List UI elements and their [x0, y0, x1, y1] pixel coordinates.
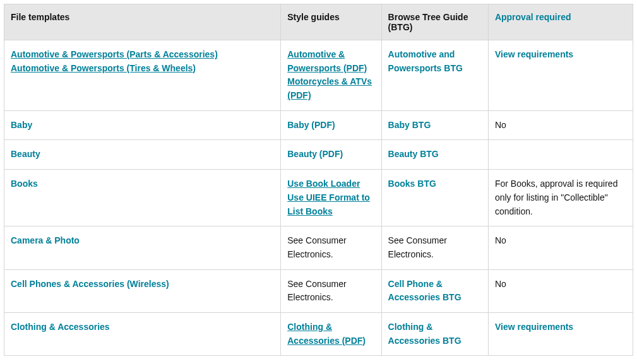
- cell-style_guides: Use Book LoaderUse UIEE Format to List B…: [281, 170, 381, 226]
- cell-link[interactable]: Camera & Photo: [11, 234, 274, 248]
- cell-btg: Clothing & Accessories BTG: [381, 312, 488, 355]
- cell-link[interactable]: Use Book Loader: [287, 177, 374, 191]
- cell-text: See Consumer Electronics.: [287, 234, 374, 261]
- cell-text: See Consumer Electronics.: [287, 278, 374, 305]
- cell-link[interactable]: Automotive & Powersports (Tires & Wheels…: [11, 62, 274, 76]
- cell-link[interactable]: Baby: [11, 119, 274, 132]
- cell-file_templates: Cell Phones & Accessories (Wireless): [4, 269, 281, 312]
- cell-btg: Cell Phone & Accessories BTG: [381, 269, 488, 312]
- cell-approval: View requirements: [488, 312, 633, 355]
- table-row: BooksUse Book LoaderUse UIEE Format to L…: [4, 170, 633, 226]
- cell-style_guides: See Consumer Electronics.: [281, 269, 381, 312]
- cell-link[interactable]: Baby BTG: [388, 119, 482, 132]
- cell-link[interactable]: Beauty: [11, 148, 274, 161]
- cell-link[interactable]: Books: [11, 177, 274, 191]
- cell-style_guides: Clothing & Accessories (PDF): [281, 312, 381, 355]
- cell-approval: View requirements: [488, 40, 633, 111]
- cell-approval: No: [488, 269, 633, 312]
- cell-link[interactable]: Use UIEE Format to List Books: [287, 191, 374, 218]
- cell-link[interactable]: Beauty (PDF): [287, 148, 374, 161]
- cell-btg: Automotive and Powersports BTG: [381, 40, 488, 111]
- cell-link[interactable]: Clothing & Accessories: [11, 320, 274, 334]
- cell-text: No: [495, 119, 626, 132]
- cell-file_templates: Beauty: [4, 140, 281, 170]
- cell-link[interactable]: Automotive & Powersports (PDF): [287, 48, 374, 75]
- table-row: Clothing & AccessoriesClothing & Accesso…: [4, 312, 633, 355]
- cell-text: No: [495, 278, 626, 291]
- cell-approval: No: [488, 226, 633, 269]
- cell-file_templates: Baby: [4, 110, 281, 140]
- cell-style_guides: Beauty (PDF): [281, 140, 381, 170]
- table-row: Automotive & Powersports (Parts & Access…: [4, 40, 633, 111]
- cell-link[interactable]: Automotive and Powersports BTG: [388, 48, 482, 75]
- cell-style_guides: Baby (PDF): [281, 110, 381, 140]
- cell-link[interactable]: Beauty BTG: [388, 148, 482, 161]
- table-row: BabyBaby (PDF)Baby BTGNo: [4, 110, 633, 140]
- cell-link[interactable]: Clothing & Accessories BTG: [388, 320, 482, 348]
- cell-style_guides: See Consumer Electronics.: [281, 226, 381, 269]
- category-table: File templates Style guides Browse Tree …: [4, 4, 633, 356]
- header-approval-required[interactable]: Approval required: [488, 4, 633, 40]
- cell-file_templates: Books: [4, 170, 281, 226]
- cell-approval: No: [488, 110, 633, 140]
- cell-link[interactable]: View requirements: [495, 48, 626, 62]
- cell-link[interactable]: Cell Phone & Accessories BTG: [388, 278, 482, 305]
- cell-link[interactable]: Baby (PDF): [287, 119, 374, 132]
- table-body: Automotive & Powersports (Parts & Access…: [4, 40, 633, 356]
- header-btg: Browse Tree Guide (BTG): [381, 4, 488, 40]
- cell-btg: Books BTG: [381, 170, 488, 226]
- cell-file_templates: Automotive & Powersports (Parts & Access…: [4, 40, 281, 111]
- cell-btg: Baby BTG: [381, 110, 488, 140]
- cell-style_guides: Automotive & Powersports (PDF)Motorcycle…: [281, 40, 381, 111]
- cell-btg: See Consumer Electronics.: [381, 226, 488, 269]
- table-row: BeautyBeauty (PDF)Beauty BTG: [4, 140, 633, 170]
- cell-link[interactable]: View requirements: [495, 320, 626, 334]
- cell-text: For Books, approval is required only for…: [495, 177, 626, 218]
- table-header-row: File templates Style guides Browse Tree …: [4, 4, 633, 40]
- cell-approval: [488, 140, 633, 170]
- cell-text: No: [495, 234, 626, 248]
- table-row: Camera & PhotoSee Consumer Electronics.S…: [4, 226, 633, 269]
- cell-link[interactable]: Clothing & Accessories (PDF): [287, 320, 374, 348]
- cell-link[interactable]: Books BTG: [388, 177, 482, 191]
- cell-text: See Consumer Electronics.: [388, 234, 482, 261]
- table-row: Cell Phones & Accessories (Wireless)See …: [4, 269, 633, 312]
- cell-btg: Beauty BTG: [381, 140, 488, 170]
- cell-link[interactable]: Motorcycles & ATVs (PDF): [287, 75, 374, 102]
- cell-link[interactable]: Cell Phones & Accessories (Wireless): [11, 278, 274, 291]
- cell-approval: For Books, approval is required only for…: [488, 170, 633, 226]
- cell-file_templates: Clothing & Accessories: [4, 312, 281, 355]
- header-style-guides: Style guides: [281, 4, 381, 40]
- header-file-templates: File templates: [4, 4, 281, 40]
- cell-file_templates: Camera & Photo: [4, 226, 281, 269]
- cell-link[interactable]: Automotive & Powersports (Parts & Access…: [11, 48, 274, 62]
